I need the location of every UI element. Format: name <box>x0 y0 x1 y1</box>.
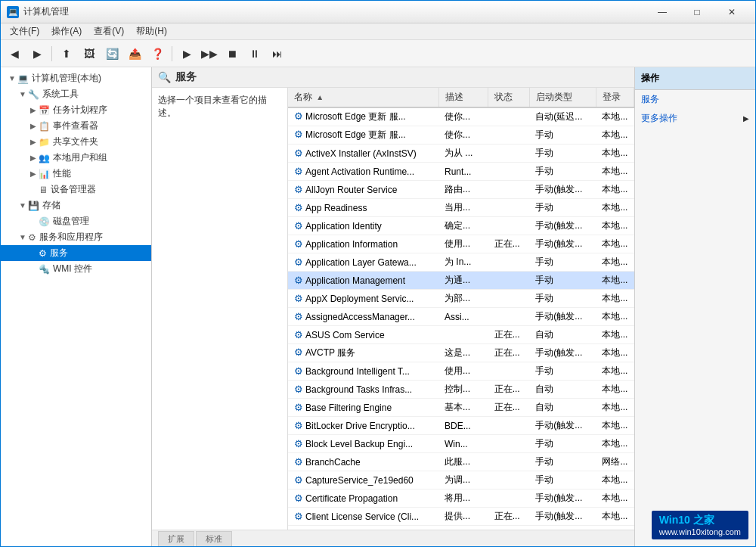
table-row[interactable]: ⚙Application Management为通...手动本地... <box>288 272 634 290</box>
table-row[interactable]: ⚙Microsoft Edge 更新 服...使你...手动本地... <box>288 126 634 145</box>
table-row[interactable]: ⚙AllJoyn Router Service路由...手动(触发...本地..… <box>288 181 634 199</box>
users-icon: 👥 <box>39 153 50 163</box>
help-button[interactable]: ❓ <box>147 43 168 64</box>
sidebar-item-event-viewer[interactable]: ▶ 📋 事件查看器 <box>1 118 151 134</box>
col-header-name[interactable]: 名称 ▲ <box>288 88 438 107</box>
col-header-desc[interactable]: 描述 <box>438 88 488 107</box>
forward-button[interactable]: ▶ <box>26 43 48 64</box>
table-row[interactable]: ⚙Base Filtering Engine基本...正在...自动本地... <box>288 399 634 417</box>
services-search-icon: 🔍 <box>158 71 171 83</box>
sidebar-item-computer[interactable]: ▼ 💻 计算机管理(本地) <box>1 70 151 86</box>
sidebar-item-system-tools[interactable]: ▼ 🔧 系统工具 <box>1 86 151 102</box>
sidebar-item-disk-management[interactable]: 💿 磁盘管理 <box>1 213 151 229</box>
table-row[interactable]: ⚙Client License Service (Cli...提供...正在..… <box>288 508 634 526</box>
table-row[interactable]: ⚙Certificate Propagation将用...手动(触发...本地.… <box>288 490 634 508</box>
export-button[interactable]: 📤 <box>124 43 145 64</box>
service-row-icon: ⚙ <box>294 311 303 322</box>
right-panel-more-actions[interactable]: 更多操作 ▶ <box>635 109 755 128</box>
table-row[interactable]: ⚙AppX Deployment Servic...为部...手动本地... <box>288 290 634 308</box>
col-header-login[interactable]: 登录 <box>596 88 634 107</box>
service-login-cell: 本地... <box>596 399 634 417</box>
sidebar-item-storage[interactable]: ▼ 💾 存储 <box>1 197 151 213</box>
sidebar-item-shared-folders[interactable]: ▶ 📁 共享文件夹 <box>1 134 151 150</box>
play2-button[interactable]: ▶▶ <box>199 43 220 64</box>
table-row[interactable]: ⚙CaptureService_7e19ed60为调...手动本地... <box>288 471 634 490</box>
service-desc-cell: 将用... <box>438 490 488 508</box>
table-row[interactable]: ⚙Agent Activation Runtime...Runt...手动本地.… <box>288 163 634 181</box>
table-row[interactable]: ⚙ASUS Com Service正在...自动本地... <box>288 326 634 344</box>
tab-expand[interactable]: 扩展 <box>158 531 194 546</box>
services-list[interactable]: 名称 ▲ 描述 状态 启动类型 <box>288 88 634 530</box>
performance-icon: 📊 <box>39 169 50 179</box>
service-status-cell <box>488 435 530 453</box>
watermark-brand: Win10 之家 <box>659 514 714 526</box>
tab-standard[interactable]: 标准 <box>196 531 232 546</box>
service-status-cell: 正在... <box>488 399 530 417</box>
sidebar-item-performance[interactable]: ▶ 📊 性能 <box>1 166 151 182</box>
service-desc-cell: 为从 ... <box>438 145 488 163</box>
sidebar-item-wmi[interactable]: 🔩 WMI 控件 <box>1 261 151 277</box>
table-row[interactable]: ⚙Background Intelligent T...使用...手动本地... <box>288 362 634 381</box>
service-name-cell: ⚙BitLocker Drive Encryptio... <box>288 417 438 435</box>
table-row[interactable]: ⚙Microsoft Edge 更新 服...使你...自动(延迟...本地..… <box>288 107 634 126</box>
service-login-cell: 本地... <box>596 490 634 508</box>
service-status-cell <box>488 145 530 163</box>
service-startup-cell: 手动(触发... <box>529 490 596 508</box>
table-row[interactable]: ⚙Application Identity确定...手动(触发...本地... <box>288 217 634 235</box>
service-startup-cell: 手动 <box>529 199 596 217</box>
service-row-icon: ⚙ <box>294 293 303 304</box>
service-row-icon: ⚙ <box>294 220 303 232</box>
table-row[interactable]: ⚙Application Layer Gatewa...为 In...手动本地.… <box>288 253 634 272</box>
service-status-cell <box>488 490 530 508</box>
service-row-icon: ⚙ <box>294 329 303 340</box>
play-button[interactable]: ▶ <box>176 43 197 64</box>
sidebar-item-local-users[interactable]: ▶ 👥 本地用户和组 <box>1 150 151 166</box>
toolbar-sep-2 <box>172 46 172 61</box>
service-status-cell <box>488 362 530 381</box>
table-row[interactable]: ⚙App Readiness当用...手动本地... <box>288 199 634 217</box>
service-desc-cell: 使你... <box>438 126 488 145</box>
refresh-button[interactable]: 🔄 <box>101 43 122 64</box>
service-login-cell: 本地... <box>596 217 634 235</box>
sidebar-item-services-apps[interactable]: ▼ ⚙ 服务和应用程序 <box>1 229 151 245</box>
close-button[interactable]: ✕ <box>714 1 749 23</box>
service-row-icon: ⚙ <box>294 110 303 122</box>
services-content: 选择一个项目来查看它的描述。 名称 ▲ 描述 <box>152 88 634 530</box>
table-row[interactable]: ⚙AVCTP 服务这是...正在...手动(触发...本地... <box>288 344 634 362</box>
table-row[interactable]: ⚙Application Information使用...正在...手动(触发.… <box>288 235 634 253</box>
table-row[interactable]: ⚙Background Tasks Infras...控制...正在...自动本… <box>288 381 634 399</box>
minimize-button[interactable]: — <box>645 1 680 23</box>
col-header-startup[interactable]: 启动类型 <box>529 88 596 107</box>
menu-view[interactable]: 查看(V) <box>88 23 130 39</box>
service-row-icon: ⚙ <box>294 148 303 159</box>
table-row[interactable]: ⚙Block Level Backup Engi...Win...手动本地... <box>288 435 634 453</box>
stop-button[interactable]: ⏹ <box>222 43 243 64</box>
table-row[interactable]: ⚙ActiveX Installer (AxInstSV)为从 ...手动本地.… <box>288 145 634 163</box>
table-row[interactable]: ⚙BranchCache此服...手动网络... <box>288 453 634 471</box>
skip-button[interactable]: ⏭ <box>267 43 288 64</box>
service-startup-cell: 手动(触发... <box>529 508 596 526</box>
service-login-cell: 本地... <box>596 381 634 399</box>
menu-file[interactable]: 文件(F) <box>4 23 45 39</box>
sidebar-item-services[interactable]: ⚙ 服务 <box>1 245 151 261</box>
sidebar-item-task-scheduler[interactable]: ▶ 📅 任务计划程序 <box>1 102 151 118</box>
up-button[interactable]: ⬆ <box>56 43 77 64</box>
sidebar-item-device-manager[interactable]: 🖥 设备管理器 <box>1 182 151 197</box>
col-header-status[interactable]: 状态 <box>488 88 530 107</box>
toolbar-sep-1 <box>51 46 52 61</box>
menu-action[interactable]: 操作(A) <box>45 23 88 39</box>
table-row[interactable]: ⚙AssignedAccessManager...Assi...手动(触发...… <box>288 308 634 326</box>
service-row-icon: ⚙ <box>294 493 303 504</box>
show-hide-button[interactable]: 🖼 <box>79 43 100 64</box>
back-button[interactable]: ◀ <box>4 43 25 64</box>
service-status-cell <box>488 181 530 199</box>
storage-icon: 💾 <box>28 200 39 211</box>
service-status-cell <box>488 272 530 290</box>
service-status-cell <box>488 253 530 272</box>
menu-help[interactable]: 帮助(H) <box>130 23 173 39</box>
table-row[interactable]: ⚙BitLocker Drive Encryptio...BDE...手动(触发… <box>288 417 634 435</box>
service-startup-cell: 手动 <box>529 126 596 145</box>
pause-button[interactable]: ⏸ <box>244 43 265 64</box>
maximize-button[interactable]: □ <box>680 1 714 23</box>
system-tools-icon: 🔧 <box>28 89 39 100</box>
